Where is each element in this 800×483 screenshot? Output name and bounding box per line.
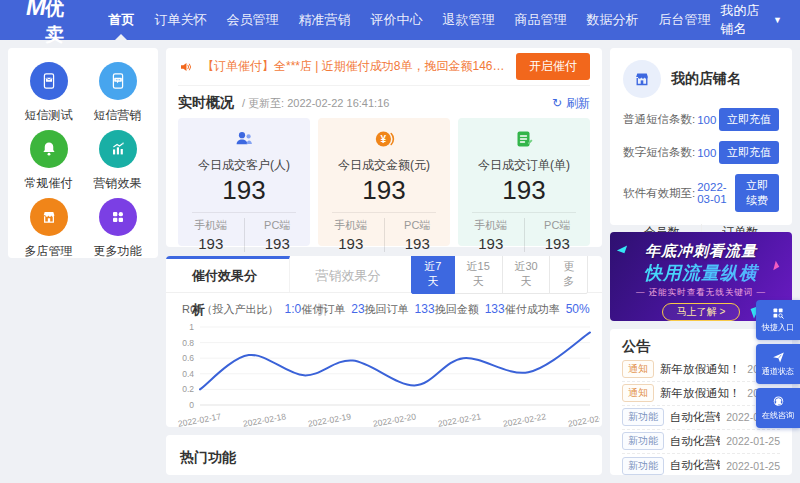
feature-badge: 新功能 [622,432,664,450]
tab-marketing-effect[interactable]: 营销效果分析 [290,256,413,292]
banner-learn-more-button[interactable]: 马上了解 > [662,303,741,321]
feature-badge: 新功能 [622,457,664,475]
page-content: 短信测试 短信营销 常规催付 营销效果 [0,40,800,483]
metrics-row: ROI（投入产出比）1:0 催付订单23 挽回订单133 挽回金额133 催付成… [166,293,602,319]
nav-item-review[interactable]: 评价中心 [360,0,432,40]
quick-entry-button[interactable]: 快捷入口 [756,300,800,340]
start-reminder-button[interactable]: 开启催付 [516,53,590,80]
chevron-down-icon: ▼ [773,15,782,25]
svg-text:2022-02-23: 2022-02-23 [567,412,600,427]
nav-item-marketing[interactable]: 精准营销 [288,0,360,40]
metric-recovered-orders: 挽回订单133 [365,302,435,317]
renew-button[interactable]: 立即续费 [735,174,779,212]
store-icon [30,198,68,236]
metric-recovered-amount: 挽回金额133 [435,302,505,317]
stat-card-customers: 今日成交客户(人) 193 手机端 193 PC端 193 [178,118,310,246]
quick-entry-icon [771,306,786,321]
sms-marketing-icon [99,62,137,100]
shop-menu[interactable]: 我的店铺名 ▼ [720,2,782,38]
metric-reminder-orders: 催付订单23 [301,302,364,317]
analysis-card: 催付效果分析 营销效果分析 近7天 近15天 近30天 更多 ROI（投入产出比… [166,256,602,427]
quick-functions-panel: 短信测试 短信营销 常规催付 营销效果 [8,48,158,258]
analysis-tabbar: 催付效果分析 营销效果分析 近7天 近15天 近30天 更多 [166,256,602,293]
metric-roi: ROI（投入产出比）1:0 [182,302,301,317]
svg-text:2022-02-22: 2022-02-22 [502,412,547,427]
money-icon: ¥ [372,127,396,151]
banner-line1: 年底冲刺看流量 [610,242,792,261]
svg-text:2022-02-17: 2022-02-17 [177,412,222,427]
hot-functions-title: 热门功能 [180,449,588,467]
svg-text:0.6: 0.6 [182,353,194,363]
stat-value: 193 [178,175,310,206]
channel-status-button[interactable]: 通道状态 [756,344,800,384]
speaker-icon [178,59,194,75]
svg-text:2022-02-19: 2022-02-19 [307,412,352,427]
sms-digital-row: 数字短信条数: 100 立即充值 [623,141,779,164]
nav-item-admin[interactable]: 后台管理 [648,0,720,40]
svg-text:2022-02-18: 2022-02-18 [242,412,287,427]
stat-value: 193 [318,175,450,206]
feature-badge: 新功能 [622,408,664,426]
sidebar-item-regular-reminder[interactable]: 常规催付 [14,130,83,192]
customers-icon [232,127,256,151]
metric-success-rate: 催付成功率50% [505,302,590,317]
refresh-icon: ↻ [552,96,562,110]
svg-text:0.4: 0.4 [182,369,194,379]
realtime-updated: / 更新至: 2022-02-22 16:41:16 [242,96,389,111]
sidebar-item-sms-test[interactable]: 短信测试 [14,62,83,124]
sidebar-item-sms-marketing[interactable]: 短信营销 [83,62,152,124]
announcement-text: 【订单催付】全***店 | 近期催付成功8单，挽回金额14678.94元，催付成… [202,58,508,75]
hot-functions-card: 热门功能 [166,435,602,475]
channel-status-icon [771,350,786,365]
floating-toolbar: 快捷入口 通道状态 在线咨询 [756,300,800,428]
nav-item-order-care[interactable]: 订单关怀 [144,0,216,40]
svg-text:0.8: 0.8 [182,338,194,348]
announcement-bar: 【订单催付】全***店 | 近期催付成功8单，挽回金额14678.94元，催付成… [178,48,590,86]
stat-card-orders: 今日成交订单(单) 193 手机端 193 PC端 193 [458,118,590,246]
svg-text:2022-02-20: 2022-02-20 [372,412,417,427]
notice-item[interactable]: 新功能 自动化营销功能上线 2022-01-25 [622,454,780,475]
nav-item-refund[interactable]: 退款管理 [432,0,504,40]
chart-icon [99,130,137,168]
tab-reminder-effect[interactable]: 催付效果分析 [166,256,290,292]
stat-value: 193 [458,175,590,206]
recharge-digital-button[interactable]: 立即充值 [719,141,779,164]
sidebar-item-multi-store[interactable]: 多店管理 [14,198,83,260]
svg-text:2022-02-21: 2022-02-21 [437,412,482,427]
sidebar-item-more-functions[interactable]: 更多功能 [83,198,152,260]
banner-line2: 快用流量纵横 [610,261,792,285]
banner-line3: — 还能实时查看无线关键词 — [610,287,792,299]
svg-text:0.2: 0.2 [182,385,194,395]
realtime-overview-card: 【订单催付】全***店 | 近期催付成功8单，挽回金额14678.94元，催付成… [166,48,602,247]
sidebar-item-marketing-effect[interactable]: 营销效果 [83,130,152,192]
realtime-title: 实时概况 [178,94,234,112]
online-service-button[interactable]: 在线咨询 [756,388,800,428]
nav-item-home[interactable]: 首页 [98,0,144,40]
online-service-icon [771,394,786,409]
notice-badge: 通知 [622,360,654,378]
logo-m-icon: M [26,0,45,21]
nav-item-member[interactable]: 会员管理 [216,0,288,40]
shop-name: 我的店铺名 [671,70,741,88]
app-logo[interactable]: M 优卖 [26,0,70,48]
range-30days-button[interactable]: 近30天 [502,256,551,294]
realtime-header: 实时概况 / 更新至: 2022-02-22 16:41:16 ↻ 刷新 [178,88,590,118]
range-buttons: 近7天 近15天 近30天 更多 [412,256,602,292]
shop-panel: 我的店铺名 普通短信条数: 100 立即充值 数字短信条数: 100 立即充值 … [610,48,792,225]
storefront-icon [623,60,661,98]
sms-normal-row: 普通短信条数: 100 立即充值 [623,108,779,131]
range-15days-button[interactable]: 近15天 [454,256,503,294]
range-7days-button[interactable]: 近7天 [411,256,455,294]
recharge-normal-button[interactable]: 立即充值 [719,108,779,131]
stat-card-amount: ¥ 今日成交金额(元) 193 手机端 193 PC端 193 [318,118,450,246]
stat-cards: 今日成交客户(人) 193 手机端 193 PC端 193 [178,118,590,246]
software-expiry-row: 软件有效期至: 2022-03-01 立即续费 [623,174,779,212]
svg-text:¥: ¥ [381,134,387,145]
top-navbar: M 优卖 首页 订单关怀 会员管理 精准营销 评价中心 退款管理 商品管理 数据… [0,0,800,40]
nav-item-data[interactable]: 数据分析 [576,0,648,40]
range-more-button[interactable]: 更多 [549,256,588,294]
nav-item-product[interactable]: 商品管理 [504,0,576,40]
grid-icon [99,198,137,236]
refresh-button[interactable]: ↻ 刷新 [552,95,590,112]
notice-item[interactable]: 新功能 自动化营销功能上线 2022-01-25 [622,430,780,454]
